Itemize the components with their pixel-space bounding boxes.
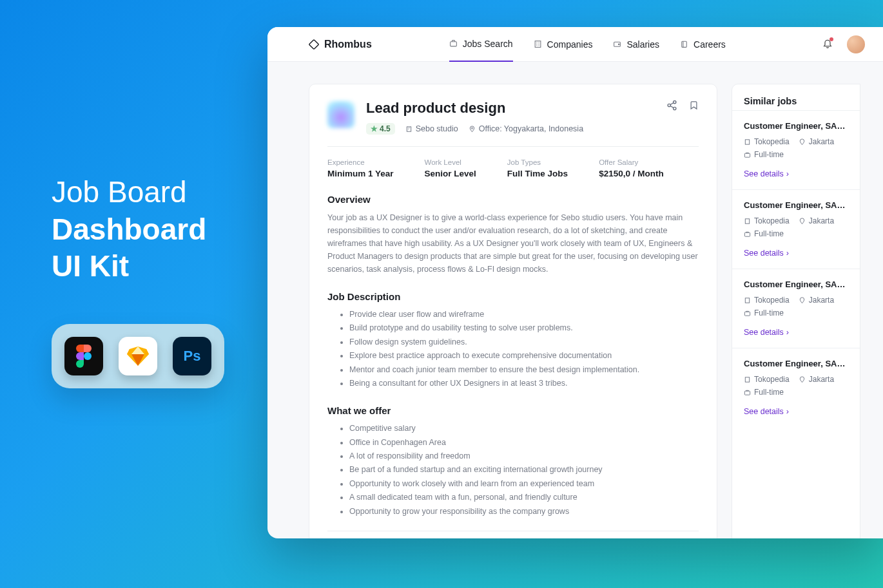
brand-name: Rhombus [324,39,372,50]
svg-rect-12 [745,139,749,144]
stat-label: Work Level [425,158,476,166]
svg-rect-13 [744,153,750,157]
similar-type: Full-time [744,150,784,159]
briefcase-icon [449,39,458,48]
header-right [822,35,865,53]
promo-heading: Job Board Dashboard UI Kit [52,174,224,285]
nav-careers[interactable]: Careers [680,27,726,62]
similar-type: Full-time [744,308,784,318]
svg-point-0 [84,352,92,360]
overview-heading: Overview [327,194,699,205]
nav-item-label: Jobs Search [463,39,513,49]
offer-list: Competitive salary Office in Copenhagen … [327,422,699,518]
location-icon [799,297,806,304]
similar-company: Tokopedia [744,137,790,146]
rating-value: 4.5 [380,124,391,133]
location-icon [799,138,806,146]
head-actions [666,100,699,135]
nav-salaries[interactable]: Salaries [613,27,659,62]
bookmark-icon [689,100,699,111]
see-details-link[interactable]: See details› [744,169,789,178]
book-icon [680,40,688,48]
svg-rect-7 [407,126,411,131]
list-item: Office in Copenhagen Area [349,437,699,449]
company-name: Sebo studio [416,124,458,133]
list-item: A lot of responsibility and freedom [349,450,699,462]
rating-chip: ★ 4.5 [366,123,395,135]
see-details-link[interactable]: See details› [744,249,789,258]
svg-point-11 [674,107,676,109]
app-window: Rhombus Jobs Search Companies Salaries C… [267,27,883,538]
stat-experience: Experience Minimum 1 Year [327,158,394,178]
briefcase-icon [744,231,751,238]
similar-job-item: Customer Engineer, SAP Spec… Tokopedia J… [732,189,860,269]
brand-logo-icon [309,39,319,50]
building-icon [405,126,412,133]
briefcase-icon [744,310,751,317]
notifications-button[interactable] [822,38,833,51]
app-header: Rhombus Jobs Search Companies Salaries C… [267,27,883,62]
nav-jobs-search[interactable]: Jobs Search [449,27,513,62]
see-details-link[interactable]: See details› [744,407,789,416]
list-item: Opportunity to grow your responsibility … [349,506,699,518]
location-text: Office: Yogyakarta, Indonesia [479,124,583,133]
list-item: A small dedicated team with a fun, perso… [349,491,699,504]
avatar[interactable] [847,35,865,53]
location-meta: Office: Yogyakarta, Indonesia [469,124,583,133]
similar-location: Jakarta [799,296,834,305]
stat-value: Senior Level [425,169,476,178]
svg-point-5 [619,44,620,45]
figma-icon [64,337,103,375]
stat-value: Full Time Jobs [507,169,568,178]
svg-rect-2 [450,42,456,46]
stat-label: Job Types [507,158,568,166]
promo-line-1: Job Board [52,175,187,209]
star-icon: ★ [371,124,378,133]
bookmark-button[interactable] [689,100,699,135]
similar-job-item: Customer Engineer, SAP Spec… Tokopedia J… [732,348,860,427]
similar-job-title: Customer Engineer, SAP Spec… [744,200,848,210]
divider [327,146,699,147]
similar-job-title: Customer Engineer, SAP Spec… [744,280,848,289]
share-button[interactable] [666,100,677,135]
location-icon [799,376,806,383]
similar-type: Full-time [744,229,784,238]
footer-row: Are you Interested in this Jobs? Contact… [327,531,699,538]
briefcase-icon [744,389,751,396]
stat-label: Experience [327,158,394,166]
stat-value: Minimum 1 Year [327,169,394,178]
svg-rect-3 [535,41,541,48]
svg-rect-17 [744,312,750,316]
nav: Jobs Search Companies Salaries Careers [449,27,726,62]
building-icon [534,40,542,48]
nav-item-label: Companies [547,39,593,50]
description-list: Provide clear user flow and wireframe Bu… [327,308,699,390]
svg-rect-19 [744,391,750,395]
list-item: Explore best practice approach to execut… [349,350,699,362]
similar-jobs-card: Similar jobs Customer Engineer, SAP Spec… [732,84,860,538]
brand[interactable]: Rhombus [309,39,372,50]
nav-item-label: Salaries [626,39,659,50]
company-meta: Sebo studio [405,124,458,133]
list-item: Opportunity to work closely with and lea… [349,478,699,490]
stats-row: Experience Minimum 1 Year Work Level Sen… [327,158,699,178]
list-item: Being a consultant for other UX Designer… [349,377,699,390]
nav-companies[interactable]: Companies [534,27,593,62]
promo-line-2: Dashboard [52,213,206,246]
svg-rect-16 [745,298,749,302]
job-header: Lead product design ★ 4.5 Sebo studio [327,100,699,135]
sketch-icon [119,337,157,375]
svg-point-10 [668,104,670,106]
svg-rect-6 [682,41,687,47]
promo-panel: Job Board Dashboard UI Kit Ps [52,174,224,388]
see-details-link[interactable]: See details› [744,328,789,337]
photoshop-icon: Ps [173,337,211,375]
similar-location: Jakarta [799,375,834,384]
chevron-right-icon: › [786,169,789,178]
list-item: Build prototype and do usability testing… [349,322,699,334]
svg-rect-1 [309,39,318,49]
wallet-icon [613,40,621,48]
similar-company: Tokopedia [744,375,790,384]
location-icon [799,218,806,225]
svg-rect-14 [745,218,749,223]
